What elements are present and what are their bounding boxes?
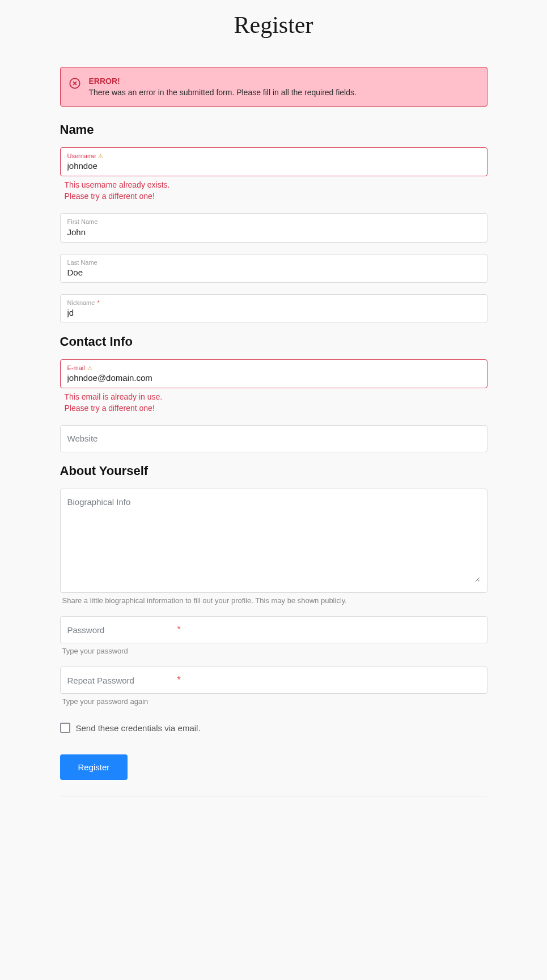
first-name-input[interactable] [67, 227, 480, 237]
email-field-wrap[interactable]: E-mail ⚠ [60, 359, 487, 388]
website-input[interactable] [67, 434, 480, 443]
last-name-input[interactable] [67, 268, 480, 277]
last-name-label: Last Name [67, 259, 480, 266]
username-error: This username already exists. Please try… [60, 176, 487, 202]
bio-textarea[interactable] [67, 497, 480, 582]
warning-icon: ⚠ [87, 365, 92, 372]
required-indicator: * [177, 625, 181, 635]
username-input[interactable] [67, 161, 480, 171]
warning-icon: ⚠ [98, 153, 103, 160]
password-help-text: Type your password [60, 643, 487, 655]
bio-field-wrap[interactable] [60, 489, 487, 593]
password-field-wrap[interactable]: * [60, 616, 487, 643]
repeat-password-input[interactable] [67, 676, 175, 685]
email-input[interactable] [67, 373, 480, 383]
error-alert-title: ERROR! [89, 77, 357, 86]
email-error: This email is already in use. Please try… [60, 388, 487, 414]
divider [60, 796, 487, 796]
section-contact-heading: Contact Info [60, 334, 487, 349]
website-field-wrap[interactable] [60, 425, 487, 452]
repeat-password-help-text: Type your password again [60, 694, 487, 706]
section-name-heading: Name [60, 122, 487, 137]
error-circle-x-icon [69, 77, 81, 90]
nickname-label: Nickname * [67, 299, 480, 307]
last-name-field-wrap[interactable]: Last Name [60, 254, 487, 283]
first-name-label: First Name [67, 218, 480, 226]
username-field-wrap[interactable]: Username ⚠ [60, 147, 487, 176]
nickname-input[interactable] [67, 308, 480, 317]
page-title: Register [60, 0, 487, 67]
email-label: E-mail ⚠ [67, 364, 480, 372]
error-alert: ERROR! There was an error in the submitt… [60, 67, 487, 107]
checkbox-unchecked-icon[interactable] [60, 723, 70, 733]
register-button[interactable]: Register [60, 754, 128, 780]
username-label: Username ⚠ [67, 152, 480, 160]
repeat-password-field-wrap[interactable]: * [60, 667, 487, 694]
send-credentials-label: Send these credentials via email. [76, 723, 201, 733]
error-alert-message: There was an error in the submitted form… [89, 88, 357, 97]
bio-help-text: Share a little biographical information … [60, 593, 487, 605]
send-credentials-checkbox-row[interactable]: Send these credentials via email. [60, 723, 487, 733]
first-name-field-wrap[interactable]: First Name [60, 213, 487, 242]
required-indicator: * [177, 675, 181, 685]
password-input[interactable] [67, 625, 175, 635]
section-about-heading: About Yourself [60, 464, 487, 478]
nickname-field-wrap[interactable]: Nickname * [60, 294, 487, 323]
